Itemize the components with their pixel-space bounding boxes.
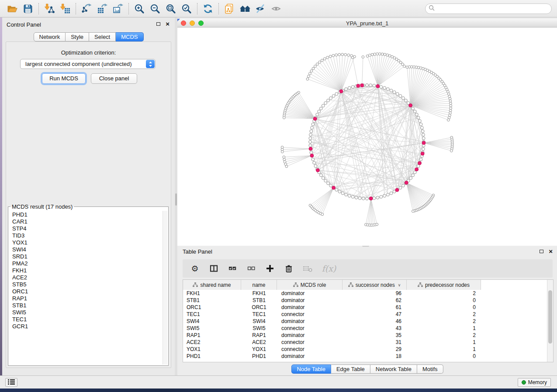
column-header-MCDS-role[interactable]: MCDS role	[277, 280, 343, 290]
status-bar: Memory	[0, 375, 557, 389]
mcds-result-item[interactable]: STP4	[12, 225, 162, 232]
table-scrollbar[interactable]	[547, 280, 553, 362]
network-window-titlebar[interactable]: YPA_prune.txt_1	[177, 19, 557, 28]
cell: 61	[343, 304, 407, 311]
export-table-icon[interactable]	[95, 2, 109, 16]
delete-column-icon[interactable]	[284, 263, 294, 274]
mcds-result-item[interactable]: SWI5	[12, 309, 162, 316]
vertical-splitter-handle[interactable]	[175, 193, 177, 206]
tab-network[interactable]: Network	[33, 32, 66, 41]
import-network-icon[interactable]	[42, 2, 56, 16]
cell: 46	[343, 318, 407, 325]
zoom-in-icon[interactable]	[132, 2, 146, 16]
mcds-result-item[interactable]: STB5	[12, 281, 162, 288]
footer-tab-node-table[interactable]: Node Table	[291, 364, 331, 374]
table-row[interactable]: SWI5SWI5connector431	[183, 325, 553, 332]
mcds-result-item[interactable]: SRD1	[12, 253, 162, 260]
zoom-fit-icon[interactable]	[164, 2, 178, 16]
mcds-result-item[interactable]: FKH1	[12, 267, 162, 274]
tab-mcds[interactable]: MCDS	[116, 32, 143, 41]
memory-label: Memory	[528, 379, 547, 385]
mcds-result-item[interactable]: TID3	[12, 232, 162, 239]
cell: 2	[407, 311, 481, 318]
open-folder-icon[interactable]	[5, 2, 19, 16]
table-row[interactable]: ACE2ACE2connector311	[183, 339, 553, 346]
mcds-result-item[interactable]: YOX1	[12, 239, 162, 246]
optimization-criterion-label: Optimization criterion:	[6, 49, 171, 56]
mcds-result-item[interactable]: PMA2	[12, 260, 162, 267]
mcds-result-item[interactable]: GCR1	[12, 323, 162, 330]
column-header-successor-nodes[interactable]: successor nodes∨	[343, 280, 407, 290]
show-all-icon[interactable]	[270, 2, 284, 16]
table-row[interactable]: STB1STB1dominator620	[183, 297, 553, 304]
split-columns-icon[interactable]	[208, 263, 219, 274]
cell: STB1	[183, 297, 241, 304]
mcds-result-item[interactable]: PHD1	[12, 211, 162, 218]
cell: ORC1	[241, 304, 277, 311]
dropdown-stepper-icon[interactable]	[146, 60, 155, 68]
mcds-result-item[interactable]: STB1	[12, 302, 162, 309]
mcds-result-item[interactable]: TEC1	[12, 316, 162, 323]
settings-icon[interactable]: ⚙	[190, 263, 200, 274]
clone-network-icon[interactable]	[222, 2, 236, 16]
mcds-result-item[interactable]: CAR1	[12, 218, 162, 225]
tab-style[interactable]: Style	[66, 32, 89, 41]
task-history-button[interactable]	[5, 378, 17, 387]
mcds-result-item[interactable]: ORC1	[12, 288, 162, 295]
cell: 1	[407, 325, 481, 332]
frame-corner	[177, 19, 180, 21]
cell: FKH1	[241, 290, 277, 297]
main-toolbar	[0, 0, 557, 17]
sort-desc-icon[interactable]: ∨	[398, 283, 401, 287]
import-table-icon[interactable]	[58, 2, 72, 16]
mcds-result-item[interactable]: SWI4	[12, 246, 162, 253]
cell: 2	[407, 290, 481, 297]
table-row[interactable]: TEC1TEC1connector472	[183, 311, 553, 318]
table-row[interactable]: SWI4SWI4dominator462	[183, 318, 553, 325]
mcds-result-item[interactable]: RAP1	[12, 295, 162, 302]
footer-tab-network-table[interactable]: Network Table	[370, 364, 417, 374]
search-input[interactable]	[425, 3, 552, 14]
footer-tab-motifs[interactable]: Motifs	[417, 364, 443, 374]
zoom-out-icon[interactable]	[148, 2, 162, 16]
refresh-icon[interactable]	[201, 2, 215, 16]
close-panel-button[interactable]: Close panel	[91, 73, 137, 84]
column-header-name[interactable]: name	[241, 280, 277, 290]
close-panel-icon[interactable]: ×	[166, 22, 170, 26]
run-mcds-button[interactable]: Run MCDS	[42, 73, 86, 84]
memory-button[interactable]: Memory	[518, 378, 551, 387]
tab-select[interactable]: Select	[89, 32, 116, 41]
save-icon[interactable]	[21, 2, 35, 16]
criterion-dropdown[interactable]: largest connected component (undirected)	[20, 59, 156, 69]
mcds-result-title: MCDS result (17 nodes)	[10, 203, 74, 210]
close-table-panel-icon[interactable]: ×	[549, 249, 553, 254]
toolbar-separator	[128, 3, 129, 14]
table-row[interactable]: YOX1YOX1connector291	[183, 346, 553, 353]
column-header-predecessor-nodes[interactable]: predecessor nodes	[407, 280, 481, 290]
network-canvas[interactable]	[177, 28, 557, 246]
hide-selected-icon[interactable]	[254, 2, 268, 16]
network-graph[interactable]	[177, 28, 557, 246]
export-image-icon[interactable]	[111, 2, 125, 16]
select-all-icon[interactable]	[227, 263, 238, 274]
deselect-all-icon[interactable]	[246, 263, 256, 274]
mcds-result-item[interactable]: ACE2	[12, 274, 162, 281]
table-row[interactable]: ORC1ORC1dominator610	[183, 304, 553, 311]
home-icon[interactable]	[238, 2, 252, 16]
float-panel-icon[interactable]	[156, 22, 160, 26]
table-row[interactable]: RAP1RAP1dominator352	[183, 332, 553, 339]
float-table-panel-icon[interactable]	[540, 250, 543, 253]
column-header-shared-name[interactable]: shared name	[183, 280, 241, 290]
table-footer-tabs: Node TableEdge TableNetwork TableMotifs	[291, 364, 443, 374]
zoom-selected-icon[interactable]	[180, 2, 194, 16]
add-column-icon[interactable]	[265, 263, 275, 274]
cell: TEC1	[183, 311, 241, 318]
export-network-icon[interactable]	[80, 2, 93, 16]
footer-tab-edge-table[interactable]: Edge Table	[331, 364, 370, 374]
table-panel-title: Table Panel	[183, 248, 212, 255]
table-row[interactable]: FKH1FKH1dominator962	[183, 290, 553, 297]
table-scrollbar-thumb[interactable]	[548, 290, 552, 344]
mcds-list-scrollbar[interactable]	[163, 211, 167, 364]
table-row[interactable]: PHD1PHD1dominator180	[183, 353, 553, 360]
mcds-result-group: MCDS result (17 nodes) PHD1CAR1STP4TID3Y…	[8, 203, 169, 366]
